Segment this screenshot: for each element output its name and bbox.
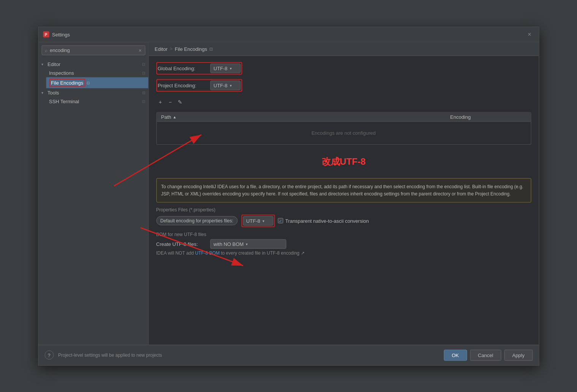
main-content: ⌕ × ▾ Editor ⊡ Inspections ⊡ [38, 42, 539, 345]
cancel-button[interactable]: Cancel [470, 349, 501, 361]
bom-row: Create UTF-8 files: with NO BOM ▾ [156, 239, 531, 249]
file-encodings-highlight: File Encodings [49, 79, 85, 87]
title-bar: P Settings × [38, 27, 539, 42]
help-button[interactable]: ? [44, 351, 54, 360]
project-encoding-row: Project Encoding: UTF-8 ▾ [156, 79, 531, 91]
encoding-header: Encoding [450, 114, 526, 120]
table-body: Encodings are not configured [157, 121, 531, 144]
sidebar-tree: ▾ Editor ⊡ Inspections ⊡ File Encodings … [38, 58, 148, 345]
bottom-buttons: OK Cancel Apply [444, 349, 533, 361]
breadcrumb-sep: > [170, 46, 172, 52]
global-encoding-label: Global Encoding: [158, 65, 207, 71]
global-encoding-value: UTF-8 [213, 65, 228, 71]
sidebar-item-file-encodings[interactable]: File Encodings ⊡ [46, 77, 148, 88]
bom-create-label: Create UTF-8 files: [156, 241, 206, 247]
table-toolbar: + − ✎ [156, 96, 531, 107]
window-title: Settings [52, 31, 70, 37]
properties-section-title: Properties Files (*.properties) [156, 207, 531, 212]
edit-button[interactable]: ✎ [176, 98, 184, 106]
sidebar: ⌕ × ▾ Editor ⊡ Inspections ⊡ [38, 42, 149, 345]
transparent-checkbox-row: Transparent native-to-ascii conversion [278, 218, 369, 224]
dropdown-arrow-bom: ▾ [246, 242, 248, 246]
path-header: Path ▲ [161, 114, 450, 120]
search-box: ⌕ × [41, 45, 145, 55]
remove-button[interactable]: − [166, 98, 174, 106]
encoding-table: Path ▲ Encoding Encodings are not config… [156, 112, 531, 145]
editor-label: Editor [47, 61, 141, 67]
panel-content: Global Encoding: UTF-8 ▾ Project Encodin… [149, 56, 539, 345]
bom-section-title: BOM for new UTF-8 files [156, 231, 531, 237]
properties-encoding-value: UTF-8 [246, 218, 260, 224]
project-level-info: Project-level settings will be applied t… [58, 353, 444, 358]
bom-link[interactable]: UTF-8 BOM [195, 250, 220, 255]
properties-label: Default encoding for properties files: [156, 216, 237, 225]
dropdown-arrow-project: ▾ [230, 83, 232, 87]
main-panel: Editor > File Encodings ⊡ Global Encodin… [149, 42, 539, 345]
breadcrumb-editor: Editor [155, 46, 168, 52]
bom-note-suffix: to every created file in UTF-8 encoding … [220, 250, 304, 255]
app-icon: P [43, 31, 49, 38]
ssh-terminal-label: SSH Terminal [49, 98, 141, 104]
pin-icon-tools: ⊡ [142, 90, 145, 94]
global-encoding-dropdown[interactable]: UTF-8 ▾ [210, 63, 240, 73]
global-encoding-row: Global Encoding: UTF-8 ▾ [156, 62, 531, 74]
empty-table-text: Encodings are not configured [311, 130, 376, 136]
inspections-label: Inspections [49, 70, 141, 76]
project-encoding-dropdown[interactable]: UTF-8 ▾ [210, 80, 240, 90]
sidebar-item-ssh-terminal[interactable]: SSH Terminal ⊡ [46, 97, 148, 105]
properties-encoding-dropdown[interactable]: UTF-8 ▾ [243, 216, 273, 225]
global-encoding-highlight: Global Encoding: UTF-8 ▾ [156, 62, 242, 74]
transparent-checkbox[interactable] [278, 218, 283, 224]
breadcrumb-file-encodings: File Encodings [175, 46, 207, 52]
close-button[interactable]: × [525, 30, 534, 39]
bom-note: IDEA will NOT add UTF-8 BOM to every cre… [156, 249, 531, 257]
sidebar-item-inspections[interactable]: Inspections ⊡ [46, 68, 148, 77]
sidebar-item-tools[interactable]: ▾ Tools ⊡ [38, 88, 148, 97]
bottom-bar: ? Project-level settings will be applied… [38, 345, 539, 365]
chevron-down-icon-tools: ▾ [41, 90, 46, 94]
info-text: To change encoding IntelliJ IDEA uses fo… [161, 184, 523, 196]
properties-row: Default encoding for properties files: U… [156, 214, 531, 227]
breadcrumb-pin-icon: ⊡ [209, 46, 213, 51]
properties-section: Properties Files (*.properties) Default … [156, 207, 531, 227]
table-header: Path ▲ Encoding [157, 112, 531, 121]
dropdown-arrow-props: ▾ [262, 219, 264, 223]
pin-icon-ssh: ⊡ [142, 99, 145, 103]
ok-button[interactable]: OK [444, 349, 467, 361]
dropdown-arrow-global: ▾ [230, 66, 232, 70]
settings-window: P Settings × ⌕ × ▾ Editor ⊡ Inspect [38, 27, 539, 365]
properties-encoding-highlight: UTF-8 ▾ [241, 214, 275, 227]
breadcrumb-bar: Editor > File Encodings ⊡ [149, 42, 539, 56]
bom-note-prefix: IDEA will NOT add [156, 250, 195, 255]
project-encoding-label: Project Encoding: [158, 82, 207, 88]
bom-dropdown[interactable]: with NO BOM ▾ [210, 239, 286, 249]
pin-icon-inspections: ⊡ [142, 71, 145, 75]
search-clear-icon[interactable]: × [139, 47, 142, 53]
chevron-down-icon: ▾ [41, 62, 46, 66]
bom-section: BOM for new UTF-8 files Create UTF-8 fil… [156, 231, 531, 257]
file-encodings-label: File Encodings [51, 80, 83, 85]
project-encoding-value: UTF-8 [213, 82, 228, 88]
sidebar-item-editor[interactable]: ▾ Editor ⊡ [38, 60, 148, 68]
annotation-text: 改成UTF-8 [156, 149, 531, 173]
title-bar-left: P Settings [43, 31, 70, 38]
search-input[interactable] [50, 47, 136, 53]
apply-button[interactable]: Apply [504, 349, 533, 361]
pin-icon-encodings: ⊡ [87, 80, 90, 85]
project-encoding-highlight: Project Encoding: UTF-8 ▾ [156, 79, 242, 91]
pin-icon: ⊡ [142, 62, 145, 66]
add-button[interactable]: + [156, 98, 164, 106]
search-icon: ⌕ [45, 47, 47, 53]
tools-label: Tools [47, 90, 141, 95]
transparent-label: Transparent native-to-ascii conversion [285, 218, 369, 224]
sort-icon: ▲ [173, 115, 177, 119]
info-box: To change encoding IntelliJ IDEA uses fo… [156, 178, 531, 202]
bom-value: with NO BOM [213, 241, 243, 247]
